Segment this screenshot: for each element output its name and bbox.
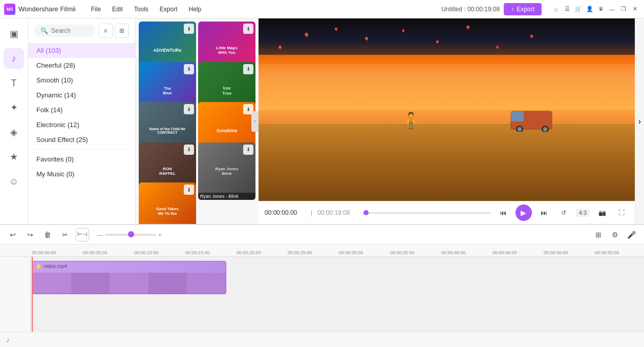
app-logo: Mii Wondershare Filmii xyxy=(4,4,76,15)
video-track-header: ⭐ video.mp4 xyxy=(35,263,67,269)
thumb-segment-4 xyxy=(148,273,187,294)
fullscreen-button[interactable]: ⛶ xyxy=(614,206,629,220)
video-track-name: video.mp4 xyxy=(44,263,67,269)
category-my-music[interactable]: My Music (0) xyxy=(28,167,135,181)
menu-help[interactable]: Help xyxy=(183,4,206,15)
card-little-maps2-download[interactable]: ⬇ xyxy=(184,64,194,74)
ruler-mark-11: 00:00:55:00 xyxy=(594,250,644,255)
ruler-mark-0: 00:00:00:00 xyxy=(31,250,82,255)
card-ryan-download[interactable]: ⬇ xyxy=(243,145,253,155)
sidebar-music-button[interactable]: ♪ xyxy=(4,48,24,69)
sidebar-text-button[interactable]: T xyxy=(4,73,24,93)
music-panel: 🔍 ≡ ⊞ All (103) Cheerful (28) Smooth (10… xyxy=(28,18,136,224)
menubar-right: Untitled : 00:00:19:08 ↑ Export ⌂ ☰ 🛒 👤 … xyxy=(441,3,640,15)
restore-button[interactable]: ❐ xyxy=(618,4,629,14)
main-area: ▣ ♪ T ✦ ◈ ★ ☺ 🔍 ≡ ⊞ All (103) Cheerful (… xyxy=(0,18,644,224)
ruler-mark-1: 00:00:05:00 xyxy=(82,250,133,255)
sidebar-effects-button[interactable]: ★ xyxy=(4,147,24,167)
progress-thumb xyxy=(363,210,369,215)
category-cheerful[interactable]: Cheerful (28) xyxy=(28,58,135,73)
category-smooth[interactable]: Smooth (10) xyxy=(28,73,135,88)
video-track[interactable]: ⭐ video.mp4 xyxy=(32,261,226,294)
timeline-mic-button[interactable]: 🎤 xyxy=(625,228,638,241)
audio-icon: ♪ xyxy=(6,336,10,344)
loop-button[interactable]: ↺ xyxy=(556,206,571,220)
video-track-icon: ⭐ xyxy=(35,263,41,269)
export-button[interactable]: ↑ Export xyxy=(504,3,542,15)
crown-button[interactable]: ♛ xyxy=(596,4,606,14)
snapshot-button[interactable]: 📷 xyxy=(595,206,609,220)
sidebar-media-button[interactable]: ▣ xyxy=(4,24,24,44)
zoom-slider[interactable] xyxy=(105,234,156,236)
cut-button[interactable]: ✂ xyxy=(58,228,72,241)
right-panel-collapse[interactable]: › xyxy=(635,18,644,224)
timeline-layers-button[interactable]: ⊞ xyxy=(592,228,605,241)
split-button[interactable]: ⊢⊣ xyxy=(76,228,89,241)
ruler-mark-2: 00:00:10:00 xyxy=(133,250,184,255)
grid-view-button[interactable]: ⊞ xyxy=(115,24,129,38)
aspect-ratio-badge[interactable]: 4:3 xyxy=(576,209,590,217)
home-button[interactable]: ⌂ xyxy=(551,4,561,14)
skip-forward-button[interactable]: ⏭ xyxy=(537,206,551,220)
card-low-tree-download[interactable]: ⬇ xyxy=(243,64,253,74)
timeline-settings-button[interactable]: ⚙ xyxy=(608,228,621,241)
timeline-tracks: ⭐ video.mp4 xyxy=(0,257,644,332)
undo-button[interactable]: ↩ xyxy=(6,228,19,241)
search-box: 🔍 xyxy=(34,25,95,37)
ruler-mark-8: 00:00:40:00 xyxy=(440,250,491,255)
card-little-maps-download[interactable]: ⬇ xyxy=(243,24,253,34)
track-labels xyxy=(0,257,31,332)
menu-edit[interactable]: Edit xyxy=(107,4,128,15)
music-card-ryan[interactable]: Ryan JonesBlink ⬇ Ryan Jones - Blink xyxy=(198,142,255,200)
bottom-audio-area: ♪ xyxy=(0,332,644,347)
menu-file[interactable]: File xyxy=(86,4,106,15)
zoom-thumb xyxy=(128,231,134,237)
user-button[interactable]: 👤 xyxy=(585,4,595,14)
music-grid: ADVENTURe ⬇ Lior seker - First Adventu..… xyxy=(136,18,259,224)
category-electronic[interactable]: Electronic (12) xyxy=(28,117,135,132)
sidebar-elements-button[interactable]: ◈ xyxy=(4,122,24,142)
redo-button[interactable]: ↪ xyxy=(24,228,37,241)
category-favorites[interactable]: Favorites (0) xyxy=(28,152,135,167)
project-title: Untitled : 00:00:19:08 xyxy=(441,6,500,13)
delete-button[interactable]: 🗑 xyxy=(41,228,54,241)
ruler-mark-7: 00:00:35:00 xyxy=(389,250,440,255)
sidebar-fx-button[interactable]: ✦ xyxy=(4,97,24,118)
card-sand-download[interactable]: ⬇ xyxy=(184,185,194,195)
track-content: ⭐ video.mp4 xyxy=(31,257,644,332)
preview-progress-bar[interactable] xyxy=(363,212,491,214)
category-sound-effect[interactable]: Sound Effect (25) xyxy=(28,132,135,147)
shop-button[interactable]: 🛒 xyxy=(573,4,584,14)
category-divider xyxy=(34,149,129,150)
sidebar-stickers-button[interactable]: ☺ xyxy=(4,171,24,192)
panel-collapse-button[interactable]: ‹ xyxy=(251,111,259,132)
bookmark-button[interactable]: ☰ xyxy=(562,4,572,14)
music-grid-area: ADVENTURe ⬇ Lior seker - First Adventu..… xyxy=(136,18,259,224)
card-ron-download[interactable]: ⬇ xyxy=(184,145,194,155)
search-input[interactable] xyxy=(51,27,89,34)
ruler-mark-6: 00:00:30:00 xyxy=(338,250,389,255)
search-icon: 🔍 xyxy=(40,27,48,34)
card-ryan-title: Ryan Jones - Blink xyxy=(198,193,255,200)
time-separator: | xyxy=(311,209,312,216)
menu-tools[interactable]: Tools xyxy=(129,4,154,15)
menu-export[interactable]: Export xyxy=(155,4,183,15)
svg-point-4 xyxy=(518,127,522,131)
category-all[interactable]: All (103) xyxy=(28,43,135,58)
skip-back-button[interactable]: ⏮ xyxy=(496,206,510,220)
category-folk[interactable]: Folk (14) xyxy=(28,103,135,117)
card-adventure-download[interactable]: ⬇ xyxy=(184,24,194,34)
close-button[interactable]: ✕ xyxy=(630,4,640,14)
category-dynamic[interactable]: Dynamic (14) xyxy=(28,88,135,103)
ruler-mark-3: 00:00:15:00 xyxy=(184,250,235,255)
timeline-toolbar: ↩ ↪ 🗑 ✂ ⊢⊣ — + ⊞ ⚙ 🎤 xyxy=(0,225,644,244)
filter-button[interactable]: ≡ xyxy=(98,24,113,38)
ruler-mark-10: 00:00:50:00 xyxy=(543,250,594,255)
app-name: Wondershare Filmii xyxy=(18,5,76,13)
play-button[interactable]: ▶ xyxy=(516,205,532,221)
current-time: 00:00:00.00 xyxy=(265,209,306,216)
music-card-sand[interactable]: Sand TakesMe To the ⬇ Sand - Takes Me To… xyxy=(139,182,196,224)
card-no-contract-download[interactable]: ⬇ xyxy=(184,104,194,114)
minimize-button[interactable]: — xyxy=(607,4,617,14)
category-list: All (103) Cheerful (28) Smooth (10) Dyna… xyxy=(28,41,135,224)
